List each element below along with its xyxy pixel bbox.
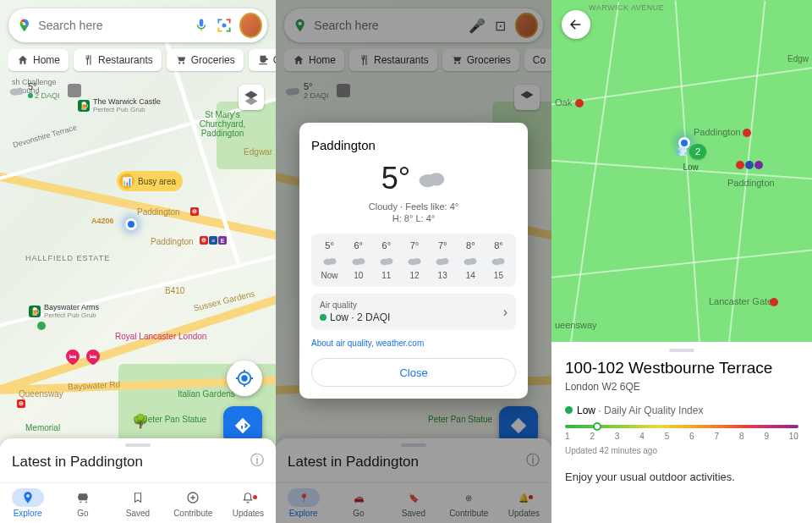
svg-rect-7 xyxy=(218,28,220,32)
chip-groceries[interactable]: Groceries xyxy=(167,49,244,71)
chip-restaurants[interactable]: Restaurants xyxy=(74,49,162,71)
svg-point-22 xyxy=(328,258,336,265)
info-icon[interactable]: ⓘ xyxy=(250,452,264,470)
svg-rect-9 xyxy=(229,28,231,32)
chip-coffee[interactable]: Co xyxy=(249,49,276,71)
google-maps-logo-icon xyxy=(17,17,31,34)
weather-location: Paddington xyxy=(311,138,516,152)
nav-go[interactable]: Go xyxy=(55,483,110,523)
svg-point-24 xyxy=(357,258,365,265)
nav-saved[interactable]: Saved xyxy=(110,483,165,523)
sheet-title: Latest in Paddington xyxy=(12,454,264,471)
svg-rect-3 xyxy=(218,19,220,24)
svg-point-32 xyxy=(469,258,477,265)
weather-links[interactable]: About air quality, weather.com xyxy=(311,339,516,348)
nav-updates[interactable]: Updates xyxy=(221,483,276,523)
search-bar[interactable] xyxy=(8,8,267,42)
aqi-address: London W2 6QE xyxy=(551,377,812,393)
back-button[interactable] xyxy=(562,10,590,39)
account-avatar[interactable] xyxy=(239,13,262,38)
voice-search-icon[interactable] xyxy=(193,16,209,35)
aqi-scale: 12345678910 xyxy=(551,416,812,441)
svg-point-28 xyxy=(414,258,421,265)
svg-point-13 xyxy=(241,375,247,381)
svg-point-26 xyxy=(385,258,392,265)
weather-desc: Cloudy · Feels like: 4° xyxy=(311,201,516,212)
air-quality-row[interactable]: Air quality Low · 2 DAQI › xyxy=(311,294,516,330)
current-location-dot xyxy=(125,218,137,230)
panel-air-quality: WARWICK AVENUE Edgw Oak Paddington Paddi… xyxy=(551,0,812,523)
hourly-forecast[interactable]: 5°Now6°106°117°127°138°148°15 xyxy=(311,234,516,287)
bottom-nav: Explore Go Saved Contribute Updates xyxy=(0,482,276,523)
svg-point-34 xyxy=(497,258,505,265)
layers-button[interactable] xyxy=(239,85,264,110)
svg-rect-1 xyxy=(200,30,202,31)
aqi-advice: Enjoy your usual outdoor activities. xyxy=(551,455,812,483)
svg-point-10 xyxy=(222,24,227,28)
svg-point-20 xyxy=(429,173,445,185)
nav-explore[interactable]: Explore xyxy=(0,483,55,523)
svg-rect-5 xyxy=(229,19,231,24)
weather-pill[interactable]: 5°2 DAQI xyxy=(8,81,81,100)
category-chips: Home Restaurants Groceries Co xyxy=(8,49,276,73)
aqi-status: Low · Daily Air Quality Index xyxy=(551,393,812,416)
aqi-updated: Updated 42 minutes ago xyxy=(551,441,812,455)
nav-contribute[interactable]: Contribute xyxy=(166,483,221,523)
weather-high-low: H: 8° L: 4° xyxy=(311,213,516,223)
weather-card: Paddington 5° Cloudy · Feels like: 4° H:… xyxy=(299,123,528,399)
my-location-button[interactable] xyxy=(227,361,262,396)
chevron-right-icon: › xyxy=(503,305,508,320)
aqi-title: 100-102 Westbourne Terrace xyxy=(551,352,812,377)
aqi-map-surface[interactable]: WARWICK AVENUE Edgw Oak Paddington Paddi… xyxy=(551,0,812,342)
panel-weather-modal: Peter Pan Statue 🎤⊡ Home Restaurants Gro… xyxy=(276,0,551,523)
svg-point-30 xyxy=(442,258,449,265)
latest-sheet[interactable]: Latest in Paddington ⓘ xyxy=(0,438,276,482)
aqi-pin[interactable]: 💨 2 Low xyxy=(675,144,706,172)
chip-home[interactable]: Home xyxy=(8,49,69,71)
svg-point-12 xyxy=(15,88,24,95)
busy-area-badge[interactable]: 📊Busy area xyxy=(117,171,183,191)
lens-search-icon[interactable] xyxy=(216,16,233,35)
current-temp: 5° xyxy=(381,161,410,196)
aqi-scale-numbers: 12345678910 xyxy=(565,432,798,441)
close-button[interactable]: Close xyxy=(311,358,516,387)
panel-explore: sh Challengempound 🍺The Warwick CastlePe… xyxy=(0,0,276,523)
search-input[interactable] xyxy=(38,19,186,32)
